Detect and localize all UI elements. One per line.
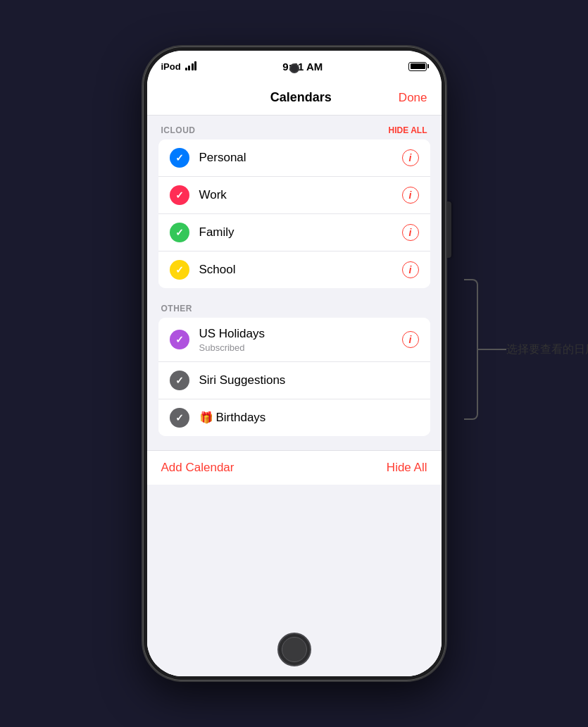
list-item[interactable]: ✓ US Holidays Subscribed i xyxy=(158,318,430,362)
device: iPod 9:41 AM Calendars Done xyxy=(143,46,446,681)
spacer xyxy=(147,442,442,450)
family-check: ✓ xyxy=(170,223,189,242)
icloud-section-label: ICLOUD xyxy=(161,125,196,135)
birthdays-check: ✓ xyxy=(170,408,189,428)
personal-info-button[interactable]: i xyxy=(402,149,419,166)
battery-icon xyxy=(408,62,427,71)
callout-text: 选择要查看的日历。 xyxy=(506,342,589,357)
page-title: Calendars xyxy=(270,90,332,105)
camera xyxy=(289,63,299,73)
us-holidays-info-button[interactable]: i xyxy=(402,331,419,348)
work-check: ✓ xyxy=(170,185,189,205)
callout-bracket xyxy=(464,279,478,420)
siri-suggestions-check: ✓ xyxy=(170,371,189,390)
family-info-button[interactable]: i xyxy=(402,224,419,241)
home-button[interactable] xyxy=(277,633,311,666)
device-screen: iPod 9:41 AM Calendars Done xyxy=(147,51,442,676)
school-check: ✓ xyxy=(170,260,189,280)
birthdays-label: 🎁Birthdays xyxy=(199,410,419,425)
gift-icon: 🎁 xyxy=(199,411,213,423)
wifi-icon xyxy=(185,62,197,70)
callout-annotation: 选择要查看的日历。 xyxy=(464,279,589,420)
calendar-list: ICLOUD HIDE ALL ✓ Personal i xyxy=(147,116,442,676)
home-button-inner xyxy=(282,637,307,662)
list-item[interactable]: ✓ 🎁Birthdays xyxy=(158,399,430,436)
footer-bar: Add Calendar Hide All xyxy=(147,450,442,485)
battery-indicator xyxy=(408,62,427,71)
us-holidays-check: ✓ xyxy=(170,330,189,349)
work-info-button[interactable]: i xyxy=(402,187,419,204)
done-button[interactable]: Done xyxy=(399,91,427,105)
screen-content: Calendars Done ICLOUD HIDE ALL ✓ xyxy=(147,82,442,676)
list-item[interactable]: ✓ School i xyxy=(158,251,430,288)
side-button xyxy=(447,201,451,258)
icloud-hide-all-button[interactable]: HIDE ALL xyxy=(389,125,427,135)
siri-suggestions-label: Siri Suggestions xyxy=(199,373,419,388)
other-list: ✓ US Holidays Subscribed i ✓ xyxy=(158,318,430,436)
list-item[interactable]: ✓ Personal i xyxy=(158,139,430,177)
add-calendar-button[interactable]: Add Calendar xyxy=(161,461,234,475)
list-item[interactable]: ✓ Work i xyxy=(158,177,430,214)
other-section-header: OTHER xyxy=(147,294,442,318)
personal-check: ✓ xyxy=(170,148,189,168)
other-section-label: OTHER xyxy=(161,304,193,313)
hide-all-button[interactable]: Hide All xyxy=(387,461,427,475)
icloud-section-header: ICLOUD HIDE ALL xyxy=(147,116,442,139)
us-holidays-label: US Holidays xyxy=(199,326,402,342)
nav-bar: Calendars Done xyxy=(147,82,442,116)
work-label: Work xyxy=(199,187,402,203)
list-item[interactable]: ✓ Family i xyxy=(158,214,430,251)
school-info-button[interactable]: i xyxy=(402,261,419,278)
carrier-label: iPod xyxy=(161,61,181,72)
list-item[interactable]: ✓ Siri Suggestions xyxy=(158,362,430,399)
personal-label: Personal xyxy=(199,150,402,166)
family-label: Family xyxy=(199,225,402,240)
battery-fill xyxy=(411,63,425,69)
school-label: School xyxy=(199,262,402,278)
icloud-list: ✓ Personal i ✓ Work xyxy=(158,139,430,288)
callout-line xyxy=(478,349,506,350)
us-holidays-subtitle: Subscribed xyxy=(199,342,402,353)
